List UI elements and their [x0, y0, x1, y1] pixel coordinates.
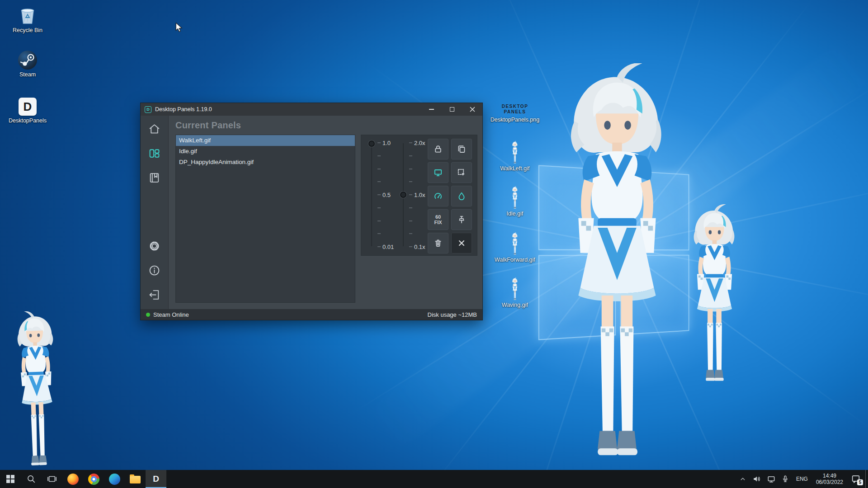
desktop-icon-label: Idle.gif [507, 211, 524, 217]
display-button[interactable] [428, 162, 448, 183]
sidebar-item-panels[interactable] [141, 141, 169, 165]
taskbar-desktop-panels[interactable]: D [146, 470, 166, 488]
desktop-icon-recycle-bin[interactable]: Recycle Bin [3, 5, 52, 33]
desktop-icon-label: WalkForward.gif [495, 257, 535, 263]
title-bar[interactable]: D Desktop Panels 1.19.0 [141, 103, 482, 116]
list-item[interactable]: Idle.gif [176, 146, 355, 157]
sidebar [141, 116, 169, 309]
pin-icon [457, 215, 466, 224]
close-button[interactable] [462, 103, 482, 116]
volume-button[interactable] [750, 470, 764, 488]
character-panel-small-right[interactable] [684, 204, 745, 383]
taskbar-file-explorer[interactable] [125, 470, 146, 488]
desktop-icon-idle-gif[interactable]: Idle.gif [490, 186, 540, 217]
steam-icon [18, 51, 37, 70]
sidebar-item-exit[interactable] [141, 282, 169, 307]
slider-label-max: 1.0 [382, 140, 391, 146]
taskbar-clock[interactable]: 14:49 06/03/2022 [812, 470, 847, 488]
disk-usage-text: Disk usage ~12MB [428, 311, 477, 318]
show-desktop-button[interactable] [865, 470, 868, 488]
desktop-icon-desktoppanels[interactable]: D DesktopPanels [3, 98, 52, 124]
library-icon [148, 172, 160, 184]
desktop-icon-label: DesktopPanels.png [491, 117, 539, 123]
speed-slider-thumb[interactable] [400, 192, 406, 198]
delete-button[interactable] [428, 233, 448, 253]
close-icon [470, 107, 475, 112]
speedometer-icon [434, 192, 443, 201]
slider-label-min: 0.01 [382, 244, 394, 250]
desktop-icon-steam[interactable]: Steam [3, 51, 52, 78]
notification-badge: 5 [857, 479, 863, 485]
sidebar-item-library[interactable] [141, 165, 169, 190]
action-center-button[interactable]: 5 [847, 470, 865, 488]
network-button[interactable] [764, 470, 778, 488]
desktop-icon-waving-gif[interactable]: Waving.gif [490, 277, 540, 308]
list-item[interactable]: DP_HappyIdleAnimation.gif [176, 157, 355, 168]
task-view-icon [47, 474, 57, 484]
steam-status-dot [146, 313, 150, 317]
sidebar-item-settings[interactable] [141, 234, 169, 258]
window-icon: D [145, 106, 151, 113]
select-region-button[interactable] [451, 162, 472, 183]
minimize-button[interactable] [421, 103, 442, 116]
minimize-icon [429, 109, 434, 110]
list-item[interactable]: WalkLeft.gif [176, 135, 355, 146]
walkleft-thumbnail [511, 141, 519, 164]
task-view-button[interactable] [42, 470, 62, 488]
select-region-icon [457, 168, 466, 177]
desktoppanels-icon: D [19, 98, 37, 116]
duplicate-button[interactable] [451, 139, 472, 160]
close-panel-icon [458, 239, 465, 247]
home-icon [148, 123, 160, 135]
lock-button[interactable] [428, 139, 448, 160]
mouse-cursor [175, 23, 183, 33]
opacity-slider-thumb[interactable] [368, 141, 375, 147]
idle-thumbnail [511, 186, 519, 209]
slider-ticks [377, 142, 381, 247]
desktop: Recycle Bin Steam D DesktopPanels DESKTO… [0, 0, 868, 470]
info-icon [148, 264, 160, 277]
desktop-icon-walkforward-gif[interactable]: WalkForward.gif [490, 232, 540, 263]
droplet-icon [457, 192, 466, 201]
speaker-icon [752, 474, 761, 483]
desktop-icon-label: DesktopPanels [9, 117, 47, 124]
microphone-icon [781, 475, 789, 483]
playback-speed-button[interactable] [428, 186, 448, 206]
close-panel-button[interactable] [451, 233, 472, 253]
gear-icon [148, 240, 160, 252]
character-panel-large[interactable] [549, 63, 685, 460]
network-icon [767, 474, 776, 483]
opacity-drop-button[interactable] [451, 186, 472, 206]
desktop-icon-walkleft-gif[interactable]: WalkLeft.gif [490, 141, 540, 172]
taskbar-search-button[interactable] [21, 470, 42, 488]
fps-fix-button[interactable]: 60FIX [428, 209, 448, 230]
speed-slider[interactable]: 2.0x 1.0x 0.1x [400, 141, 426, 248]
pin-button[interactable] [451, 209, 472, 230]
duplicate-icon [457, 145, 466, 154]
maximize-button[interactable] [442, 103, 462, 116]
taskbar-firefox[interactable] [62, 470, 83, 488]
opacity-slider[interactable]: 1.0 0.5 0.01 [368, 141, 395, 248]
desktop-panels-window: D Desktop Panels 1.19.0 [140, 103, 483, 320]
search-icon [26, 474, 36, 484]
panels-icon [148, 147, 160, 160]
chrome-icon [88, 474, 99, 485]
desktop-icon-desktoppanels-png[interactable]: DESKTOPPANELS DesktopPanels.png [490, 104, 540, 123]
character-panel-walking-left[interactable] [7, 310, 66, 468]
firefox-icon [67, 474, 79, 485]
lock-icon [434, 145, 443, 154]
microphone-button[interactable] [778, 470, 792, 488]
start-button[interactable] [0, 470, 21, 488]
current-panels-list: WalkLeft.gif Idle.gif DP_HappyIdleAnimat… [175, 135, 355, 303]
system-tray: ENG 14:49 06/03/2022 5 [736, 470, 868, 488]
hidden-icons-button[interactable] [736, 470, 750, 488]
taskbar-chrome[interactable] [83, 470, 104, 488]
sidebar-item-about[interactable] [141, 258, 169, 282]
taskbar-edge[interactable] [104, 470, 125, 488]
tool-button-grid: 60FIX [428, 139, 472, 253]
desktop-icon-label: Steam [19, 71, 36, 78]
clock-date: 06/03/2022 [816, 479, 843, 485]
sidebar-item-home[interactable] [141, 117, 169, 141]
slider-ticks [409, 142, 412, 247]
language-indicator[interactable]: ENG [792, 470, 812, 488]
